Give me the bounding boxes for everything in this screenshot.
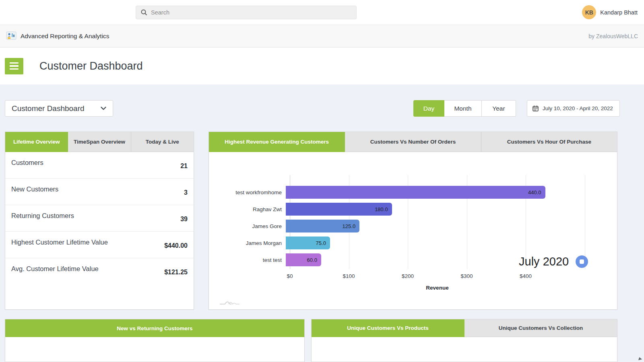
tab-timespan-overview[interactable]: TimeSpan Overview <box>68 132 131 152</box>
stat-value: $440.00 <box>164 232 188 258</box>
dashboard-select[interactable]: Customer Dashboard <box>5 100 113 117</box>
tab-unique-vs-products[interactable]: Unique Customers Vs Products <box>312 319 464 337</box>
stop-icon <box>580 259 584 264</box>
x-axis-title: Revenue <box>290 285 585 291</box>
chart-bar-value: 125.0 <box>343 223 360 229</box>
search-input[interactable] <box>151 9 351 16</box>
content-area: Customer Dashboard Day Month Year July 1… <box>0 84 644 362</box>
user-name: Kandarp Bhatt <box>600 9 638 16</box>
overview-tabs: Lifetime Overview TimeSpan Overview Toda… <box>5 132 194 152</box>
chart-bar-row: James Morgan75.0 <box>209 237 617 249</box>
x-tick-label: $100 <box>343 273 355 279</box>
hamburger-menu-button[interactable] <box>5 58 23 74</box>
period-month-button[interactable]: Month <box>444 100 482 117</box>
chart-bar-value: 180.0 <box>375 206 392 212</box>
chart-bar[interactable]: 75.0 <box>286 237 330 249</box>
stop-animation-button[interactable] <box>576 255 588 268</box>
stat-value: 3 <box>184 179 188 205</box>
chart-category-label: Raghav Zwt <box>209 206 286 212</box>
chart-bar[interactable]: 180.0 <box>286 203 392 216</box>
stat-row-returning-customers: Returning Customers 39 <box>5 205 194 232</box>
x-tick-label: $400 <box>520 273 532 279</box>
chevron-down-icon <box>101 107 106 110</box>
overview-stats-list: Customers 21 New Customers 3 Returning C… <box>5 152 194 285</box>
mouse-cursor-mark <box>638 357 642 361</box>
x-tick-label: $0 <box>287 273 293 279</box>
revenue-chart-card: Highest Revenue Generating Customers Cus… <box>208 132 617 310</box>
stat-label: Returning Customers <box>11 205 74 231</box>
x-tick-label: $200 <box>402 273 414 279</box>
x-tick-label: $300 <box>460 273 473 279</box>
unique-card-tabs: Unique Customers Vs Products Unique Cust… <box>312 319 617 337</box>
tab-customers-vs-hour[interactable]: Customers Vs Hour Of Purchase <box>481 132 617 152</box>
period-toggle-group: Day Month Year <box>413 100 516 117</box>
chart-bar[interactable]: 60.0 <box>286 253 321 266</box>
chart-category-label: James Gore <box>209 223 286 229</box>
calendar-icon <box>533 105 539 111</box>
stat-label: Avg. Customer Lifetime Value <box>11 258 99 285</box>
stat-row-avg-clv: Avg. Customer Lifetime Value $121.25 <box>5 258 194 285</box>
title-bar: Customer Dashboard <box>0 47 644 84</box>
chart-category-label: test test <box>209 257 286 263</box>
app-title: Advanced Reporting & Analytics <box>21 33 109 40</box>
amcharts-watermark-icon <box>219 298 240 306</box>
chart-bar-value: 440.0 <box>528 189 545 195</box>
period-day-button[interactable]: Day <box>413 100 444 117</box>
stat-value: $121.25 <box>164 258 188 285</box>
app-logo-icon <box>6 31 17 41</box>
tab-customers-vs-orders[interactable]: Customers Vs Number Of Orders <box>345 132 481 152</box>
chart-bar-row: James Gore125.0 <box>209 220 617 232</box>
date-range-picker[interactable]: July 10, 2020 - April 20, 2022 <box>527 100 620 117</box>
user-menu[interactable]: KB Kandarp Bhatt <box>582 5 638 19</box>
new-vs-returning-card: New vs Returning Customers <box>5 319 305 362</box>
chart-bar[interactable]: 440.0 <box>286 186 545 199</box>
top-bar: KB Kandarp Bhatt <box>0 0 644 25</box>
stat-row-highest-clv: Highest Customer Lifetime Value $440.00 <box>5 232 194 258</box>
search-icon <box>141 9 147 16</box>
chart-period-annotation: July 2020 <box>519 255 588 268</box>
chart-category-label: test workfromhome <box>209 189 286 195</box>
revenue-card-tabs: Highest Revenue Generating Customers Cus… <box>209 132 617 152</box>
stat-value: 21 <box>180 152 188 178</box>
new-vs-returning-header: New vs Returning Customers <box>5 319 304 337</box>
date-range-value: July 10, 2020 - April 20, 2022 <box>543 105 613 111</box>
page-title: Customer Dashboard <box>39 60 143 72</box>
tab-unique-vs-collection[interactable]: Unique Customers Vs Collection <box>464 319 617 337</box>
stat-label: Highest Customer Lifetime Value <box>11 232 108 258</box>
bar-chart: test workfromhome440.0Raghav Zwt180.0Jam… <box>209 152 617 310</box>
chart-bar-value: 60.0 <box>307 257 321 263</box>
avatar[interactable]: KB <box>582 5 596 19</box>
stat-row-new-customers: New Customers 3 <box>5 179 194 205</box>
tab-highest-revenue-customers[interactable]: Highest Revenue Generating Customers <box>209 132 345 152</box>
stat-value: 39 <box>180 205 188 231</box>
vendor-byline: by ZealousWebLLC <box>588 33 638 39</box>
chart-bar-row: Raghav Zwt180.0 <box>209 203 617 216</box>
tab-lifetime-overview[interactable]: Lifetime Overview <box>5 132 68 152</box>
chart-x-ticks: $0$100$200$300$400 <box>290 273 588 280</box>
lifetime-overview-card: Lifetime Overview TimeSpan Overview Toda… <box>5 132 194 310</box>
chart-category-label: James Morgan <box>209 240 286 246</box>
search-box[interactable] <box>136 6 357 19</box>
tab-today-live[interactable]: Today & Live <box>131 132 194 152</box>
period-year-button[interactable]: Year <box>482 100 516 117</box>
annotation-text: July 2020 <box>519 255 569 268</box>
dashboard-select-value: Customer Dashboard <box>12 104 85 113</box>
stat-label: New Customers <box>11 179 58 205</box>
stat-row-customers: Customers 21 <box>5 152 194 179</box>
chart-bar[interactable]: 125.0 <box>286 220 359 232</box>
stat-label: Customers <box>11 152 43 178</box>
chart-bar-value: 75.0 <box>316 240 330 246</box>
unique-customers-card: Unique Customers Vs Products Unique Cust… <box>311 319 617 362</box>
app-bar: Advanced Reporting & Analytics by Zealou… <box>0 25 644 47</box>
chart-bar-row: test workfromhome440.0 <box>209 186 617 199</box>
